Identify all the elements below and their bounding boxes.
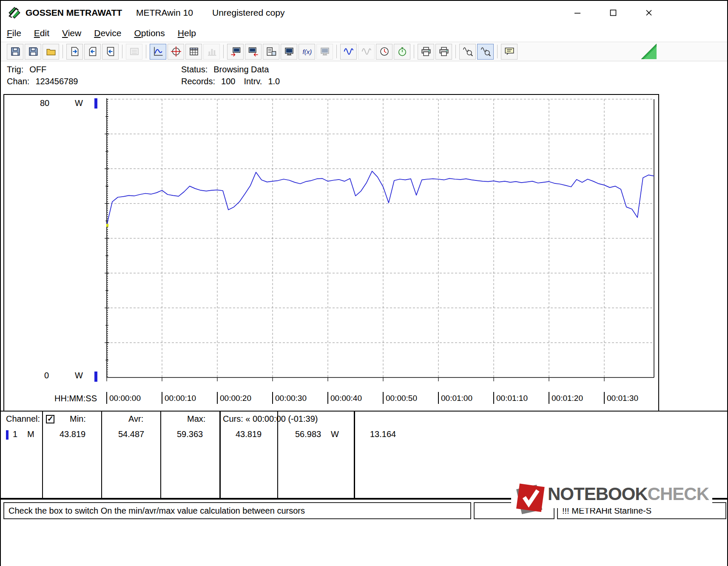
col-header-cursor: Curs: « 00:00:00 (-01:39) <box>223 414 318 424</box>
power-trace <box>107 171 654 225</box>
x-tick-label: 00:01:10 <box>493 392 528 404</box>
timer-button[interactable] <box>394 44 410 60</box>
bar-graph-button <box>203 44 220 60</box>
x-tick-label: 00:00:30 <box>272 392 307 404</box>
menu-view[interactable]: View <box>62 28 81 38</box>
annotation-button[interactable] <box>501 44 518 60</box>
save-as-icon <box>28 46 38 57</box>
records-label: Records: <box>181 77 215 86</box>
device-read-button[interactable] <box>245 44 262 60</box>
maximize-button[interactable] <box>603 4 623 22</box>
trig-label: Trig: <box>7 65 23 74</box>
interval-label: Intrv. <box>244 77 262 86</box>
menu-bar: File Edit View Device Options Help <box>1 25 727 42</box>
device-setup-button[interactable] <box>227 44 244 60</box>
save-button[interactable] <box>7 44 23 60</box>
x-tick-label: 00:00:40 <box>327 392 362 404</box>
col-header-min: Min: <box>70 414 86 424</box>
trend-chart-icon <box>153 46 163 57</box>
chan-label: Chan: <box>7 77 29 86</box>
toolbar-separator <box>63 45 63 58</box>
toolbar-separator <box>146 45 146 58</box>
menu-help[interactable]: Help <box>178 28 196 38</box>
menu-file[interactable]: File <box>7 28 21 38</box>
save-icon <box>10 46 20 57</box>
open-button[interactable] <box>43 44 59 60</box>
realtime-clock-button[interactable] <box>376 44 392 60</box>
x-tick-label: 00:01:00 <box>438 392 472 404</box>
x-tick-label: 00:00:50 <box>383 392 417 404</box>
toolbar <box>1 42 727 61</box>
maximize-icon <box>609 9 617 17</box>
menu-device[interactable]: Device <box>94 28 121 38</box>
plot-svg[interactable] <box>105 98 657 387</box>
y-axis-top-unit: W <box>75 98 83 108</box>
export-button[interactable] <box>66 44 83 60</box>
close-button[interactable] <box>639 4 659 22</box>
monitor-icon <box>284 46 294 57</box>
minimize-button[interactable] <box>567 4 588 22</box>
crosshair-icon <box>171 46 181 57</box>
open-folder-icon <box>46 46 56 57</box>
records-value: 100 <box>221 77 235 86</box>
x-axis-unit-label: HH:MM:SS <box>54 394 97 403</box>
save-as-button[interactable] <box>25 44 41 60</box>
scope-view-button[interactable] <box>168 44 184 60</box>
waveform-compare-button[interactable] <box>340 44 357 60</box>
cell-cursor1-value: 43.819 <box>236 429 262 439</box>
cell-channel-number: 1 <box>13 429 17 439</box>
device-display-button[interactable] <box>281 44 297 60</box>
channel-config-button[interactable] <box>263 44 279 60</box>
close-icon <box>645 9 653 17</box>
printer-icon <box>421 46 431 57</box>
memory-card-icon <box>129 46 139 57</box>
channel-checkbox[interactable] <box>46 415 54 423</box>
zoom-cursor-icon <box>481 46 491 57</box>
x-tick-label: 00:01:20 <box>549 392 583 404</box>
col-header-avr: Avr: <box>128 414 143 424</box>
print-button[interactable] <box>418 44 434 60</box>
y-axis-top-label: 80 <box>40 98 49 108</box>
x-tick-label: 00:00:10 <box>162 392 196 404</box>
channel-row-color-marker <box>6 430 9 440</box>
toolbar-separator <box>122 45 122 58</box>
print-preview-icon <box>439 46 449 57</box>
annotation-icon <box>504 46 515 57</box>
status-label: Status: <box>181 65 208 74</box>
formula-button[interactable] <box>299 44 315 60</box>
col-header-max: Max: <box>187 414 205 424</box>
table-view-button[interactable] <box>185 44 202 60</box>
app-window: GOSSEN METRAWATT METRAwin 10 Unregistere… <box>0 0 728 566</box>
statusbar-hint-panel: Check the box to switch On the min/avr/m… <box>3 502 471 519</box>
import-button[interactable] <box>102 44 119 60</box>
green-corner-triangle-icon <box>641 44 657 59</box>
memory-card-button <box>126 44 142 60</box>
x-tick-label: 00:01:30 <box>604 392 638 404</box>
notebookcheck-watermark: NOTEBOOK CHECK <box>511 480 712 508</box>
zoom-cursor-button[interactable] <box>477 44 494 60</box>
app-logo-icon <box>8 6 21 20</box>
device-setup-icon <box>230 46 241 57</box>
channel-marker-top <box>94 98 97 109</box>
toolbar-separator <box>223 45 224 58</box>
info-strip: Trig: OFF Chan: 123456789 Status: Browsi… <box>1 61 727 94</box>
title-bar: GOSSEN METRAWATT METRAwin 10 Unregistere… <box>1 1 727 25</box>
watermark-text-dark: NOTEBOOK <box>548 481 648 507</box>
cell-delta-value: 13.164 <box>370 429 396 439</box>
notebookcheck-logo-icon <box>513 480 547 517</box>
table-icon <box>189 46 199 57</box>
menu-options[interactable]: Options <box>134 28 165 38</box>
cursor-sample-marker <box>106 224 108 227</box>
cell-channel-mode: M <box>27 429 34 439</box>
transfer-button[interactable] <box>84 44 101 60</box>
print-preview-button[interactable] <box>435 44 452 60</box>
menu-edit[interactable]: Edit <box>34 28 49 38</box>
toolbar-separator <box>497 45 498 58</box>
zoom-horizontal-button[interactable] <box>459 44 476 60</box>
channel-list-icon <box>266 46 276 57</box>
trend-view-button[interactable] <box>150 44 166 60</box>
status-value: Browsing Data <box>213 65 269 74</box>
stopwatch-icon <box>397 46 407 57</box>
title-license: Unregistered copy <box>212 1 284 25</box>
toolbar-separator <box>336 45 337 58</box>
